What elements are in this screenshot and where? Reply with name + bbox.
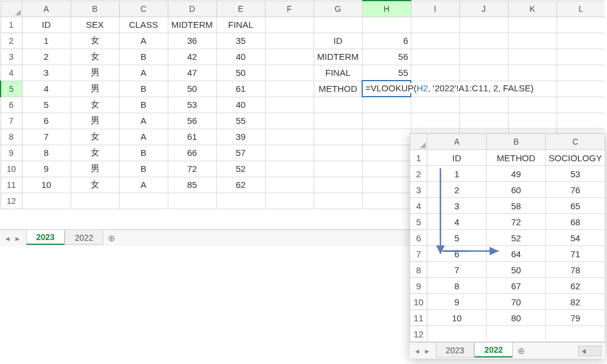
cell[interactable]: 4 (427, 214, 487, 230)
cell[interactable] (459, 113, 508, 129)
cell[interactable] (557, 113, 605, 129)
cell[interactable] (459, 17, 508, 33)
cell[interactable]: SOCIOLOGY (546, 150, 605, 166)
select-all-corner[interactable] (410, 134, 427, 150)
col-A-header[interactable]: A (427, 134, 487, 150)
cell[interactable] (508, 113, 557, 129)
cell[interactable] (362, 177, 411, 193)
cell[interactable] (314, 193, 362, 209)
cell[interactable]: A (119, 129, 168, 145)
cell[interactable]: 55 (216, 113, 265, 129)
cell[interactable]: 男 (71, 113, 119, 129)
cell[interactable]: 79 (546, 310, 605, 326)
cell[interactable] (265, 33, 314, 49)
cell[interactable]: 39 (216, 129, 265, 145)
cell[interactable] (362, 97, 411, 113)
cell[interactable] (314, 97, 362, 113)
cell[interactable] (508, 17, 557, 33)
tab-2023[interactable]: 2023 (26, 230, 65, 245)
cell[interactable] (557, 17, 605, 33)
row-5-header[interactable]: 5 (410, 214, 427, 230)
col-J-header[interactable]: J (459, 1, 508, 17)
cell[interactable] (557, 97, 605, 113)
row-12-header[interactable]: 12 (1, 193, 22, 209)
cell[interactable] (411, 113, 459, 129)
cell[interactable]: 52 (487, 230, 546, 246)
cell[interactable]: 49 (487, 166, 546, 182)
inset-grid[interactable]: 1 2 3 A B C 1 ID METHOD SOCIOLOGY 2 1 49… (410, 133, 605, 342)
cell[interactable]: 70 (487, 294, 546, 310)
cell[interactable]: B (119, 97, 168, 113)
cell[interactable]: 71 (546, 246, 605, 262)
cell[interactable] (362, 17, 411, 33)
cell[interactable] (411, 97, 459, 113)
cell[interactable]: 女 (71, 97, 119, 113)
cell[interactable]: SEX (71, 17, 119, 33)
row-9-header[interactable]: 9 (410, 278, 427, 294)
cell[interactable]: 2 (427, 182, 487, 198)
cell[interactable]: B (119, 145, 168, 161)
col-D-header[interactable]: D (168, 1, 216, 17)
cell[interactable]: 3 (22, 65, 71, 81)
cell[interactable]: B (119, 49, 168, 65)
cell[interactable]: 10 (427, 310, 487, 326)
col-K-header[interactable]: K (508, 1, 557, 17)
cell[interactable]: 女 (71, 129, 119, 145)
cell[interactable]: 54 (546, 230, 605, 246)
row-1-header[interactable]: 1 (410, 150, 427, 166)
tab-2022[interactable]: 2022 (474, 343, 513, 357)
cell[interactable]: 42 (168, 49, 216, 65)
col-C-header[interactable]: C (119, 1, 168, 17)
cell[interactable]: 52 (216, 161, 265, 177)
col-L-header[interactable]: L (557, 1, 605, 17)
cell[interactable] (362, 129, 411, 145)
cell[interactable]: 35 (216, 33, 265, 49)
row-12-header[interactable]: 12 (410, 326, 427, 342)
cell[interactable]: 61 (216, 81, 265, 97)
cell[interactable]: 5 (427, 230, 487, 246)
cell[interactable]: METHOD (487, 150, 546, 166)
cell[interactable] (265, 193, 314, 209)
cell[interactable]: 56 (168, 113, 216, 129)
row-6-header[interactable]: 6 (1, 97, 22, 113)
row-8-header[interactable]: 8 (410, 262, 427, 278)
cell[interactable]: 72 (168, 161, 216, 177)
cell[interactable]: 7 (427, 262, 487, 278)
row-1-header[interactable]: 1 (1, 17, 22, 33)
cell[interactable] (265, 177, 314, 193)
cell[interactable] (265, 129, 314, 145)
cell[interactable] (411, 49, 459, 65)
cell[interactable]: 80 (487, 310, 546, 326)
cell[interactable]: B (119, 161, 168, 177)
add-sheet-button[interactable]: ⊕ (513, 344, 530, 357)
row-3-header[interactable]: 3 (1, 49, 22, 65)
cell[interactable]: 3 (427, 198, 487, 214)
cell[interactable]: 6 (427, 246, 487, 262)
cell[interactable] (265, 145, 314, 161)
tab-next-icon[interactable]: ▸ (423, 345, 431, 357)
col-A-header[interactable]: A (22, 1, 71, 17)
cell[interactable]: 1 (427, 166, 487, 182)
cell[interactable]: 5 (22, 97, 71, 113)
tab-prev-icon[interactable]: ◂ (4, 232, 11, 244)
cell[interactable]: 60 (487, 182, 546, 198)
cell[interactable] (459, 33, 508, 49)
cell[interactable] (508, 33, 557, 49)
cell[interactable]: METHOD (314, 81, 362, 97)
cell[interactable]: 女 (71, 177, 119, 193)
cell[interactable] (265, 81, 314, 97)
cell[interactable]: 61 (168, 129, 216, 145)
cell[interactable] (168, 193, 216, 209)
cell[interactable] (314, 161, 362, 177)
row-11-header[interactable]: 11 (1, 177, 22, 193)
cell[interactable]: ID (427, 150, 487, 166)
h-scroll[interactable] (578, 346, 602, 356)
cell[interactable]: 58 (487, 198, 546, 214)
cell[interactable] (265, 49, 314, 65)
cell[interactable] (265, 65, 314, 81)
cell[interactable] (265, 161, 314, 177)
col-E-header[interactable]: E (216, 1, 265, 17)
cell[interactable]: 85 (168, 177, 216, 193)
cell[interactable] (119, 193, 168, 209)
row-10-header[interactable]: 10 (1, 161, 22, 177)
